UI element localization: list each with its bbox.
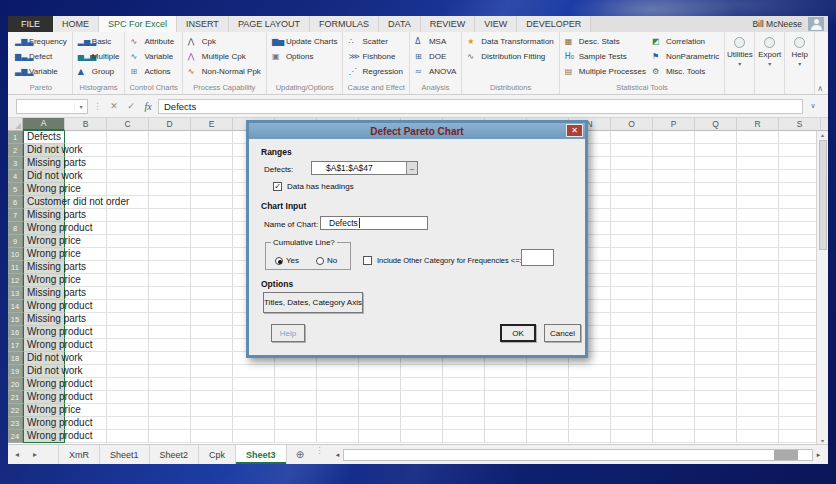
dialog-close-icon[interactable]: ✕ xyxy=(566,124,583,137)
cell-a10[interactable]: Wrong price xyxy=(23,248,65,261)
cell-s16[interactable] xyxy=(779,326,821,339)
cell-e4[interactable] xyxy=(191,170,233,183)
ribbon-item-doe[interactable]: ⊞DOE xyxy=(412,49,459,64)
cell-c18[interactable] xyxy=(107,352,149,365)
new-sheet-button[interactable]: ⊕ xyxy=(287,445,313,464)
cell-q5[interactable] xyxy=(695,183,737,196)
tab-developer[interactable]: DEVELOPER xyxy=(517,16,591,32)
sheet-tab-sheet2[interactable]: Sheet2 xyxy=(150,445,200,464)
cell-o9[interactable] xyxy=(611,235,653,248)
cell-m19[interactable] xyxy=(527,365,569,378)
cell-s20[interactable] xyxy=(779,378,821,391)
cell-a14[interactable]: Wrong product xyxy=(23,300,65,313)
cell-k19[interactable] xyxy=(443,365,485,378)
cell-s9[interactable] xyxy=(779,235,821,248)
checkbox-checked-icon[interactable]: ✓ xyxy=(273,182,282,191)
cell-d13[interactable] xyxy=(149,287,191,300)
cell-s12[interactable] xyxy=(779,274,821,287)
cell-d24[interactable] xyxy=(149,430,191,443)
cell-f22[interactable] xyxy=(233,404,275,417)
vertical-scrollbar[interactable]: ▴ ▾ xyxy=(816,131,828,444)
include-other-category-checkbox[interactable]: Include Other Category for Frequencies <… xyxy=(363,256,522,265)
cell-o12[interactable] xyxy=(611,274,653,287)
cell-r2[interactable] xyxy=(737,144,779,157)
cell-e20[interactable] xyxy=(191,378,233,391)
sheet-tab-sheet1[interactable]: Sheet1 xyxy=(100,445,150,464)
cell-o23[interactable] xyxy=(611,417,653,430)
cell-c24[interactable] xyxy=(107,430,149,443)
cell-s14[interactable] xyxy=(779,300,821,313)
cell-a18[interactable]: Did not work xyxy=(23,352,65,365)
formula-bar[interactable]: Defects xyxy=(158,99,803,114)
cell-s24[interactable] xyxy=(779,430,821,443)
cell-r5[interactable] xyxy=(737,183,779,196)
row-header-8[interactable]: 8 xyxy=(8,222,23,235)
cell-q9[interactable] xyxy=(695,235,737,248)
cell-q24[interactable] xyxy=(695,430,737,443)
row-header-23[interactable]: 23 xyxy=(8,417,23,430)
cell-g21[interactable] xyxy=(275,391,317,404)
ribbon-item-sample-tests[interactable]: H₀Sample Tests xyxy=(562,49,649,64)
cell-f19[interactable] xyxy=(233,365,275,378)
cell-s23[interactable] xyxy=(779,417,821,430)
range-picker-icon[interactable]: – xyxy=(406,162,417,174)
cell-q3[interactable] xyxy=(695,157,737,170)
cell-r6[interactable] xyxy=(737,196,779,209)
cell-n24[interactable] xyxy=(569,430,611,443)
cell-d4[interactable] xyxy=(149,170,191,183)
cell-d12[interactable] xyxy=(149,274,191,287)
cell-g23[interactable] xyxy=(275,417,317,430)
cell-s10[interactable] xyxy=(779,248,821,261)
ribbon-item-correlation[interactable]: ◩Correlation xyxy=(649,34,722,49)
cell-s8[interactable] xyxy=(779,222,821,235)
cell-r10[interactable] xyxy=(737,248,779,261)
cell-e21[interactable] xyxy=(191,391,233,404)
row-header-14[interactable]: 14 xyxy=(8,300,23,313)
cell-m22[interactable] xyxy=(527,404,569,417)
ribbon-item-fishbone[interactable]: ⋙Fishbone xyxy=(345,49,405,64)
cell-d2[interactable] xyxy=(149,144,191,157)
cell-c16[interactable] xyxy=(107,326,149,339)
cell-h21[interactable] xyxy=(317,391,359,404)
cell-j22[interactable] xyxy=(401,404,443,417)
cell-d15[interactable] xyxy=(149,313,191,326)
cell-f23[interactable] xyxy=(233,417,275,430)
column-header-b[interactable]: B xyxy=(65,118,107,131)
vscroll-thumb[interactable] xyxy=(819,140,827,250)
column-header-e[interactable]: E xyxy=(191,118,233,131)
row-header-7[interactable]: 7 xyxy=(8,209,23,222)
row-header-21[interactable]: 21 xyxy=(8,391,23,404)
enter-entry-icon[interactable]: ✓ xyxy=(124,101,138,111)
cell-e7[interactable] xyxy=(191,209,233,222)
ribbon-item-frequency[interactable]: ▂▆▃Frequency xyxy=(12,34,70,49)
cell-h20[interactable] xyxy=(317,378,359,391)
cell-k21[interactable] xyxy=(443,391,485,404)
formula-bar-expand-icon[interactable]: ∨ xyxy=(806,102,820,110)
cell-o8[interactable] xyxy=(611,222,653,235)
cell-o13[interactable] xyxy=(611,287,653,300)
collapse-ribbon-icon[interactable]: ∧ xyxy=(817,84,823,93)
ribbon-item-misc-tools[interactable]: ⚙Misc. Tools xyxy=(649,64,722,79)
cell-q20[interactable] xyxy=(695,378,737,391)
cell-o24[interactable] xyxy=(611,430,653,443)
row-header-16[interactable]: 16 xyxy=(8,326,23,339)
cell-e5[interactable] xyxy=(191,183,233,196)
cell-o16[interactable] xyxy=(611,326,653,339)
cell-q4[interactable] xyxy=(695,170,737,183)
cell-b1[interactable] xyxy=(65,131,107,144)
name-box-dropdown-icon[interactable]: ▾ xyxy=(74,103,87,110)
column-header-c[interactable]: C xyxy=(107,118,149,131)
cell-r24[interactable] xyxy=(737,430,779,443)
cell-c20[interactable] xyxy=(107,378,149,391)
cell-l24[interactable] xyxy=(485,430,527,443)
cell-m21[interactable] xyxy=(527,391,569,404)
cell-d22[interactable] xyxy=(149,404,191,417)
ribbon-item-multiple-processes[interactable]: ▤Multiple Processes xyxy=(562,64,649,79)
cell-n19[interactable] xyxy=(569,365,611,378)
row-header-12[interactable]: 12 xyxy=(8,274,23,287)
cell-p15[interactable] xyxy=(653,313,695,326)
ribbon-button-export[interactable]: Export▾ xyxy=(755,32,785,94)
ok-button[interactable]: OK xyxy=(500,324,536,342)
cell-p5[interactable] xyxy=(653,183,695,196)
cell-a15[interactable]: Missing parts xyxy=(23,313,65,326)
